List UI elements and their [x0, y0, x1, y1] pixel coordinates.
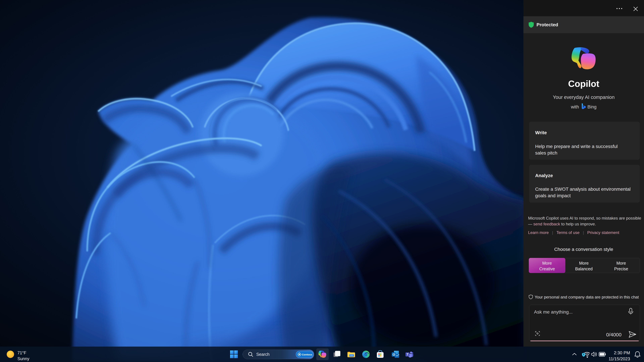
svg-text:T: T	[406, 353, 408, 356]
svg-text:O: O	[392, 353, 395, 356]
